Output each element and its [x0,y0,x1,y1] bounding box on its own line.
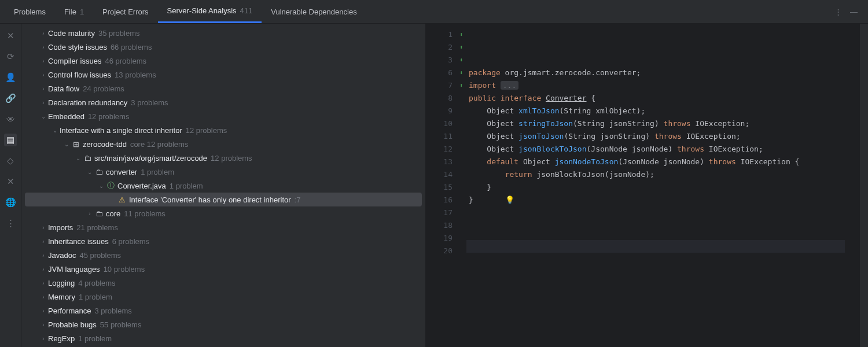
chevron-icon[interactable]: ⌄ [39,113,48,120]
tree-row[interactable]: ›Control flow issues13 problems [21,68,425,82]
gutter-marks: ⬍⬍⬍⬍⬍ [456,24,466,347]
collapse-icon[interactable]: ✕ [4,175,17,188]
link-icon[interactable]: 🔗 [4,92,17,105]
tab-bar: ProblemsFile1Project ErrorsServer-Side A… [0,0,868,24]
problems-tree[interactable]: ›Code maturity35 problems›Code style iss… [21,24,426,347]
chevron-icon[interactable]: › [39,99,48,106]
chevron-icon[interactable]: › [39,86,48,92]
more-icon[interactable]: ⋮ [4,217,17,230]
minimize-icon[interactable]: — [850,8,858,16]
tool-rail: ✕ ⟳ 👤 🔗 👁 ▤ ◇ ✕ 🌐 ⋮ [0,24,21,347]
tree-row[interactable]: ⌄🗀converter1 problem [21,165,425,179]
chevron-icon[interactable]: › [39,322,48,328]
chevron-icon[interactable]: › [39,44,48,50]
tree-row[interactable]: ›Logging4 problems [21,276,425,290]
tree-row[interactable]: ›Javadoc45 problems [21,248,425,262]
chevron-icon[interactable]: › [39,238,48,245]
tree-row[interactable]: ⌄ⒾConverter.java1 problem [21,179,425,193]
chevron-icon[interactable]: › [39,335,48,342]
editor[interactable]: 12367891011121314151617181920 ⬍⬍⬍⬍⬍ pack… [426,24,868,347]
tree-row[interactable]: ›🗀core11 problems [21,206,425,220]
expand-icon[interactable]: ◇ [4,154,17,167]
eye-icon[interactable]: 👁 [4,113,17,125]
chevron-icon[interactable]: ⌄ [85,169,94,175]
tree-row[interactable]: ›Code style issues66 problems [21,40,425,54]
tree-row[interactable]: ›Data flow24 problems [21,82,425,95]
close-icon[interactable]: ✕ [4,29,17,42]
chevron-icon[interactable]: › [39,280,48,286]
chevron-icon[interactable]: › [39,308,48,314]
chevron-icon[interactable]: › [39,72,48,78]
tree-row[interactable]: ›JVM languages10 problems [21,262,425,276]
tree-row[interactable]: ⌄🗀src/main/java/org/jsmart/zerocode12 pr… [21,151,425,165]
tree-row[interactable]: ›Declaration redundancy3 problems [21,95,425,109]
chevron-icon[interactable]: › [39,252,48,259]
web-icon[interactable]: 🌐 [4,196,17,209]
tree-row[interactable]: ›Inheritance issues6 problems [21,234,425,248]
chevron-icon[interactable]: › [39,294,48,300]
chevron-icon[interactable]: › [39,30,48,36]
chevron-icon[interactable]: › [39,266,48,272]
tree-row[interactable]: ›Memory1 problem [21,290,425,304]
tree-row[interactable]: ›Probable bugs55 problems [21,318,425,331]
tree-row[interactable]: ⌄Interface with a single direct inherito… [21,123,425,137]
chevron-icon[interactable]: › [39,224,48,231]
tab-vulnerable-dependencies[interactable]: Vulnerable Dependencies [262,0,366,23]
tab-server-side-analysis[interactable]: Server-Side Analysis411 [158,0,262,23]
tree-row[interactable]: ›Compiler issues46 problems [21,54,425,68]
chevron-icon[interactable]: ⌄ [73,155,83,161]
chevron-icon[interactable]: ⌄ [97,183,106,189]
chevron-icon[interactable]: ⌄ [50,127,60,134]
tab-file[interactable]: File1 [55,0,93,23]
tab-problems[interactable]: Problems [5,0,55,23]
refresh-icon[interactable]: ⟳ [4,50,17,63]
tree-row[interactable]: ›RegExp1 problem [21,331,425,345]
kebab-icon[interactable]: ⋮ [834,8,842,16]
preview-icon[interactable]: ▤ [4,134,17,146]
chevron-icon[interactable]: ⌄ [62,141,71,147]
tree-row[interactable]: ⚠Interface 'Converter' has only one dire… [25,193,422,206]
tree-row[interactable]: ⌄⊞zerocode-tddcore 12 problems [21,137,425,151]
tab-project-errors[interactable]: Project Errors [93,0,157,23]
tree-row[interactable]: ›Imports21 problems [21,220,425,234]
scrollbar[interactable] [860,24,868,347]
gutter: 12367891011121314151617181920 [426,24,456,347]
code-area[interactable]: package org.jsmart.zerocode.converter;im… [466,24,868,347]
tree-row[interactable]: ›Code maturity35 problems [21,26,425,40]
chevron-icon[interactable]: › [85,211,94,217]
tree-row[interactable]: ⌄Embedded12 problems [21,109,425,123]
person-icon[interactable]: 👤 [4,71,17,84]
chevron-icon[interactable]: › [39,58,48,64]
tree-row[interactable]: ›Performance3 problems [21,304,425,318]
